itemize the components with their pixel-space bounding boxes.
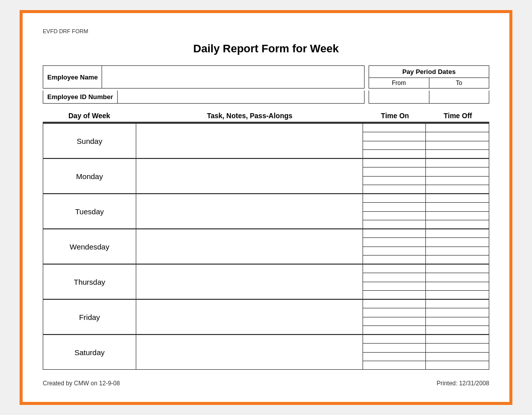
time-on-line[interactable]: [363, 168, 425, 176]
table-row: Sunday: [43, 123, 489, 158]
form-title: Daily Report Form for Week: [43, 42, 489, 55]
time-off-cell: [426, 265, 489, 299]
time-on-line[interactable]: [363, 317, 425, 326]
time-on-line[interactable]: [363, 194, 425, 203]
time-on-line[interactable]: [363, 177, 425, 185]
time-on-line[interactable]: [363, 256, 425, 264]
task-input[interactable]: [136, 194, 363, 228]
time-off-line[interactable]: [426, 282, 489, 291]
pay-period-title: Pay Period Dates: [369, 66, 489, 78]
day-label: Monday: [43, 159, 136, 193]
employee-id-label: Employee ID Number: [43, 91, 118, 104]
time-off-line[interactable]: [426, 308, 489, 317]
time-on-cell: [363, 229, 426, 264]
time-off-cell: [426, 229, 489, 264]
time-on-line[interactable]: [363, 326, 425, 334]
time-on-line[interactable]: [363, 265, 425, 273]
table-row: Wendesday: [43, 228, 489, 264]
employee-name-label: Employee Name: [43, 65, 102, 89]
time-on-line[interactable]: [363, 282, 425, 291]
form-container: EVFD DRF FORM Daily Report Form for Week…: [20, 10, 512, 405]
time-on-line[interactable]: [363, 220, 425, 228]
time-on-line[interactable]: [363, 229, 425, 238]
task-input[interactable]: [136, 229, 363, 264]
pay-period-from-input[interactable]: [369, 91, 429, 103]
time-off-line[interactable]: [426, 238, 489, 246]
time-off-line[interactable]: [426, 326, 489, 334]
pay-period-to-label: To: [429, 78, 489, 88]
time-on-line[interactable]: [363, 203, 425, 211]
day-label: Thursday: [43, 265, 136, 299]
time-on-line[interactable]: [363, 212, 425, 220]
time-on-line[interactable]: [363, 344, 425, 352]
footer-printed: Printed: 12/31/2008: [436, 380, 489, 387]
table-row: Tuesday: [43, 193, 489, 228]
time-on-line[interactable]: [363, 273, 425, 282]
table-row: Thursday: [43, 264, 489, 299]
column-headers: Day of Week Task, Notes, Pass-Alongs Tim…: [43, 112, 489, 123]
footer-created: Created by CMW on 12-9-08: [43, 380, 120, 387]
time-off-line[interactable]: [426, 177, 489, 185]
time-off-line[interactable]: [426, 300, 489, 308]
time-off-line[interactable]: [426, 212, 489, 220]
time-off-line[interactable]: [426, 344, 489, 352]
time-off-line[interactable]: [426, 273, 489, 282]
time-off-line[interactable]: [426, 168, 489, 176]
time-off-line[interactable]: [426, 132, 489, 141]
time-on-cell: [363, 159, 426, 193]
task-input[interactable]: [136, 159, 363, 193]
time-off-line[interactable]: [426, 361, 489, 369]
time-off-line[interactable]: [426, 141, 489, 150]
time-on-cell: [363, 124, 426, 158]
table-row: Saturday: [43, 334, 489, 369]
time-off-line[interactable]: [426, 317, 489, 326]
day-label: Tuesday: [43, 194, 136, 228]
pay-period-to-input[interactable]: [429, 91, 489, 103]
time-off-line[interactable]: [426, 124, 489, 132]
time-off-line[interactable]: [426, 185, 489, 193]
pay-period-section: Pay Period Dates From To: [369, 65, 489, 89]
time-off-line[interactable]: [426, 150, 489, 158]
time-on-line[interactable]: [363, 150, 425, 158]
time-off-line[interactable]: [426, 220, 489, 228]
time-off-cell: [426, 300, 489, 334]
time-on-line[interactable]: [363, 159, 425, 168]
time-off-line[interactable]: [426, 194, 489, 203]
time-on-line[interactable]: [363, 185, 425, 193]
time-on-line[interactable]: [363, 291, 425, 299]
time-on-line[interactable]: [363, 247, 425, 256]
time-on-line[interactable]: [363, 124, 425, 132]
time-on-line[interactable]: [363, 300, 425, 308]
time-on-line[interactable]: [363, 132, 425, 141]
time-on-cell: [363, 335, 426, 369]
time-on-line[interactable]: [363, 308, 425, 317]
day-label: Sunday: [43, 124, 136, 158]
time-off-line[interactable]: [426, 256, 489, 264]
col-header-task: Task, Notes, Pass-Alongs: [136, 112, 364, 120]
pay-period-sub-labels: From To: [369, 78, 489, 88]
employee-name-input[interactable]: [102, 65, 365, 89]
time-on-line[interactable]: [363, 353, 425, 361]
time-on-line[interactable]: [363, 361, 425, 369]
time-off-line[interactable]: [426, 335, 489, 344]
time-off-line[interactable]: [426, 265, 489, 273]
task-input[interactable]: [136, 124, 363, 158]
table-row: Friday: [43, 299, 489, 334]
task-input[interactable]: [136, 335, 363, 369]
time-off-line[interactable]: [426, 203, 489, 211]
employee-name-row: Employee Name Pay Period Dates From To: [43, 65, 489, 89]
col-header-day: Day of Week: [43, 112, 136, 120]
time-off-line[interactable]: [426, 247, 489, 256]
time-off-cell: [426, 159, 489, 193]
time-on-line[interactable]: [363, 335, 425, 344]
col-header-timeon: Time On: [364, 112, 426, 120]
employee-id-input[interactable]: [118, 91, 365, 104]
time-on-line[interactable]: [363, 141, 425, 150]
time-on-line[interactable]: [363, 238, 425, 246]
time-off-line[interactable]: [426, 229, 489, 238]
time-off-line[interactable]: [426, 291, 489, 299]
time-off-line[interactable]: [426, 353, 489, 361]
time-off-line[interactable]: [426, 159, 489, 168]
task-input[interactable]: [136, 265, 363, 299]
task-input[interactable]: [136, 300, 363, 334]
